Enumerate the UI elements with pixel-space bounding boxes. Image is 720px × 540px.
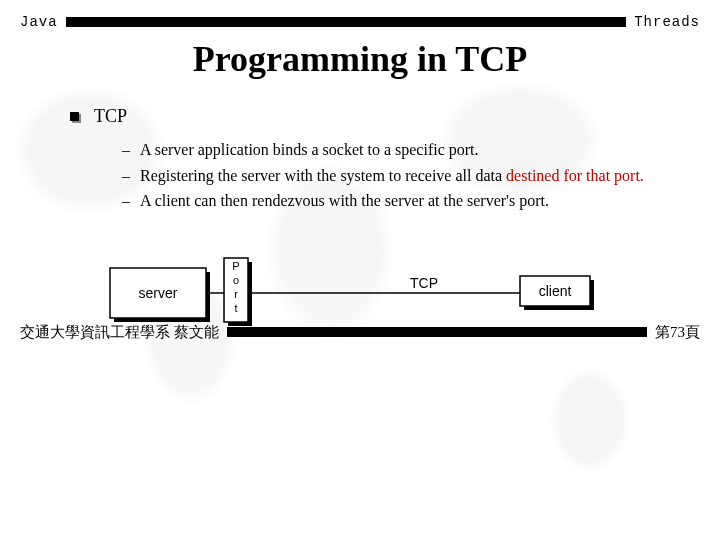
header-right: Threads — [634, 14, 700, 30]
port-label-o: o — [233, 274, 239, 286]
header-divider — [66, 17, 627, 27]
sub-bullet-text: A server application binds a socket to a… — [140, 141, 479, 158]
header-row: Java Threads — [0, 0, 720, 30]
slide: Java Threads Programming in TCP TCP A se… — [0, 0, 720, 352]
header-left: Java — [20, 14, 58, 30]
bullet-square-icon — [70, 112, 79, 121]
sub-bullet-text: Registering the server with the system t… — [140, 167, 506, 184]
sub-bullet-emphasis: destined for that port. — [506, 167, 644, 184]
port-label-t: t — [234, 302, 237, 314]
bullet-item: TCP A server application binds a socket … — [70, 106, 720, 212]
sub-bullet-list: A server application binds a socket to a… — [118, 139, 720, 212]
sub-bullet-item: A client can then rendezvous with the se… — [118, 190, 708, 212]
sub-bullet-item: Registering the server with the system t… — [118, 165, 708, 187]
tcp-label: TCP — [410, 275, 438, 291]
sub-bullet-item: A server application binds a socket to a… — [118, 139, 708, 161]
server-label: server — [139, 285, 178, 301]
port-label-p: P — [232, 260, 239, 272]
page-title: Programming in TCP — [0, 38, 720, 80]
footer-divider — [227, 327, 647, 337]
bullet-list: TCP A server application binds a socket … — [70, 106, 720, 212]
footer-right: 第73頁 — [655, 323, 700, 342]
port-label-r: r — [234, 288, 238, 300]
footer-left: 交通大學資訊工程學系 蔡文能 — [20, 323, 219, 342]
bullet-label: TCP — [94, 106, 127, 126]
client-label: client — [539, 283, 572, 299]
footer-row: 交通大學資訊工程學系 蔡文能 第73頁 — [0, 323, 720, 342]
sub-bullet-text: A client can then rendezvous with the se… — [140, 192, 549, 209]
